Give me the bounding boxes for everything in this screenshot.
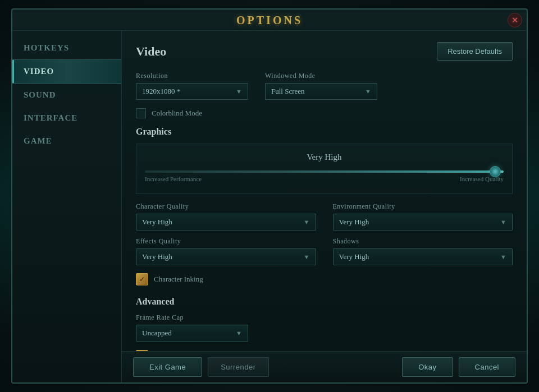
character-inking-checkbox[interactable]: ✓ <box>136 273 148 285</box>
slider-left-label: Increased Performance <box>145 176 202 182</box>
frame-rate-row: Frame Rate Cap Uncapped ▼ <box>136 313 513 342</box>
windowed-mode-arrow-icon: ▼ <box>365 88 371 95</box>
resolution-dropdown[interactable]: 1920x1080 * ▼ <box>136 83 248 100</box>
effects-quality-dropdown[interactable]: Very High ▼ <box>136 248 316 265</box>
character-quality-dropdown[interactable]: Very High ▼ <box>136 214 316 230</box>
restore-defaults-button[interactable]: Restore Defaults <box>437 42 513 61</box>
slider-labels: Increased Performance Increased Quality <box>145 176 504 182</box>
graphics-panel: Very High Increased Performance Increase… <box>136 144 513 194</box>
content-area: Video Restore Defaults Resolution 1920x1… <box>122 31 527 351</box>
resolution-label: Resolution <box>136 72 248 80</box>
windowed-mode-value: Full Screen <box>271 87 305 96</box>
shadows-value: Very High <box>339 252 369 261</box>
sidebar: HOTKEYS VIDEO SOUND INTERFACE GAME <box>12 31 122 382</box>
sidebar-item-game[interactable]: GAME <box>12 130 121 153</box>
graphics-subtitle: Graphics <box>136 127 513 137</box>
shadows-label: Shadows <box>333 237 513 246</box>
windowed-mode-dropdown[interactable]: Full Screen ▼ <box>265 83 377 100</box>
bottom-right-buttons: Okay Cancel <box>402 357 515 377</box>
character-inking-row: ✓ Character Inking <box>136 273 513 285</box>
bottom-left-buttons: Exit Game Surrender <box>133 357 269 377</box>
shadows-arrow-icon: ▼ <box>500 253 506 260</box>
modal-title: OPTIONS <box>236 14 303 26</box>
exit-game-button[interactable]: Exit Game <box>133 357 202 377</box>
modal-header: OPTIONS ✕ <box>12 10 527 31</box>
sidebar-item-interface[interactable]: INTERFACE <box>12 107 121 130</box>
windowed-mode-group: Windowed Mode Full Screen ▼ <box>265 72 377 100</box>
character-quality-arrow-icon: ▼ <box>304 219 310 225</box>
quality-slider-track <box>145 170 504 173</box>
effects-quality-group: Effects Quality Very High ▼ <box>136 237 316 265</box>
sidebar-item-sound[interactable]: SOUND <box>12 84 121 107</box>
sidebar-item-hotkeys[interactable]: HOTKEYS <box>12 36 121 59</box>
bottom-bar: Exit Game Surrender Okay Cancel <box>122 351 527 382</box>
section-header-row: Video Restore Defaults <box>136 42 513 61</box>
close-button[interactable]: ✕ <box>508 13 522 27</box>
options-modal: OPTIONS ✕ HOTKEYS VIDEO SOUND INTERFACE … <box>11 8 528 384</box>
sidebar-item-video[interactable]: VIDEO <box>12 59 121 84</box>
colorblind-checkbox[interactable] <box>136 108 146 118</box>
effects-quality-label: Effects Quality <box>136 237 316 246</box>
environment-quality-label: Environment Quality <box>333 202 513 211</box>
modal-body: HOTKEYS VIDEO SOUND INTERFACE GAME Video… <box>12 31 527 382</box>
resolution-row: Resolution 1920x1080 * ▼ Windowed Mode F… <box>136 72 513 100</box>
quality-slider-thumb[interactable] <box>490 166 501 177</box>
environment-quality-arrow-icon: ▼ <box>500 219 506 225</box>
colorblind-row: Colorblind Mode <box>136 108 513 118</box>
main-content: Video Restore Defaults Resolution 1920x1… <box>122 31 527 382</box>
resolution-arrow-icon: ▼ <box>236 88 242 95</box>
environment-quality-group: Environment Quality Very High ▼ <box>333 202 513 230</box>
advanced-subtitle: Advanced <box>136 297 513 307</box>
anti-aliasing-checkbox[interactable]: ✓ <box>136 350 148 351</box>
quality-slider-container: Increased Performance Increased Quality <box>145 168 504 185</box>
character-quality-group: Character Quality Very High ▼ <box>136 202 316 230</box>
surrender-button[interactable]: Surrender <box>208 357 268 377</box>
shadows-group: Shadows Very High ▼ <box>333 237 513 265</box>
effects-quality-arrow-icon: ▼ <box>304 253 310 260</box>
quality-preset-label: Very High <box>145 153 504 162</box>
environment-quality-dropdown[interactable]: Very High ▼ <box>333 214 513 230</box>
quality-dropdowns-grid: Character Quality Very High ▼ Environmen… <box>136 202 513 265</box>
character-quality-label: Character Quality <box>136 202 316 211</box>
resolution-value: 1920x1080 * <box>142 87 180 96</box>
frame-rate-arrow-icon: ▼ <box>236 330 242 336</box>
frame-rate-label: Frame Rate Cap <box>136 313 248 322</box>
shadows-dropdown[interactable]: Very High ▼ <box>333 248 513 265</box>
colorblind-label: Colorblind Mode <box>152 109 202 118</box>
character-inking-label: Character Inking <box>154 275 203 284</box>
frame-rate-group: Frame Rate Cap Uncapped ▼ <box>136 313 248 342</box>
anti-aliasing-row: ✓ Anti-Aliasing <box>136 350 513 351</box>
resolution-group: Resolution 1920x1080 * ▼ <box>136 72 248 100</box>
character-quality-value: Very High <box>142 218 172 227</box>
cancel-button[interactable]: Cancel <box>459 357 515 377</box>
windowed-mode-label: Windowed Mode <box>265 72 377 80</box>
environment-quality-value: Very High <box>339 218 369 227</box>
effects-quality-value: Very High <box>142 252 172 261</box>
okay-button[interactable]: Okay <box>402 357 453 377</box>
frame-rate-value: Uncapped <box>142 329 172 338</box>
frame-rate-dropdown[interactable]: Uncapped ▼ <box>136 325 248 342</box>
section-title: Video <box>136 44 166 59</box>
